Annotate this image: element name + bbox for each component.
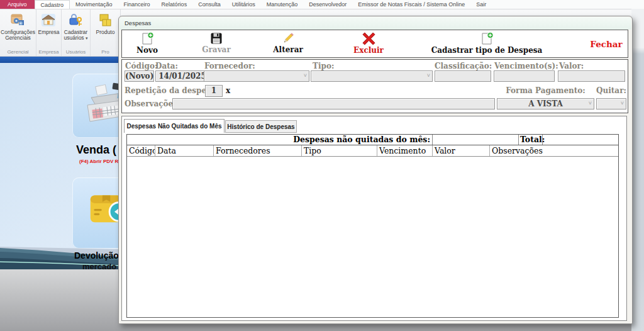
menu-item-movimentacao[interactable]: Movimentação xyxy=(70,0,118,9)
menu-item-financeiro[interactable]: Financeiro xyxy=(118,0,156,9)
menu-item-utilitarios[interactable]: Utilitários xyxy=(226,0,261,9)
column-header-data[interactable]: Data xyxy=(155,145,214,156)
tab-despesas-nao-quitadas[interactable]: Despesas Não Quitadas do Mês xyxy=(124,119,225,133)
codigo-label: Código: xyxy=(125,62,157,70)
menu-item-desenvolvedor[interactable]: Desenvolvedor xyxy=(303,0,352,9)
vencimentos-field[interactable] xyxy=(494,70,555,82)
gravar-button[interactable]: Gravar xyxy=(196,32,236,57)
ribbon-group-usuarios: Cadastrar usuários Usuários xyxy=(62,9,91,56)
tipo-label: Tipo: xyxy=(313,62,334,70)
table-group-header-row: Despesas não quitadas do mês: Total: xyxy=(127,135,618,145)
valor-label: Valor: xyxy=(559,62,584,70)
lock-key-icon xyxy=(69,13,84,28)
excluir-button-label: Excluir xyxy=(353,46,384,55)
repeticao-label: Repetição da despesa: xyxy=(125,86,218,95)
vencimentos-label: Vencimento(s): xyxy=(494,62,558,70)
new-document-icon xyxy=(480,32,494,45)
quitar-dropdown[interactable]: ˅ xyxy=(596,98,626,109)
menu-item-cadastro[interactable]: Cadastro xyxy=(35,0,70,9)
ribbon-group-empresa: Empresa Empresa xyxy=(36,9,62,56)
ribbon-group-label: Empresa xyxy=(38,48,58,56)
novo-button-label: Novo xyxy=(136,46,158,55)
ribbon-button-text: Cadastrar usuários xyxy=(64,29,87,41)
column-header-vencimento[interactable]: Vencimento xyxy=(377,145,433,156)
ribbon-group-label: Pro xyxy=(101,48,109,56)
venda-panel-shortcut: (F4) Abrir PDV R xyxy=(79,159,118,164)
delete-x-icon xyxy=(362,32,375,45)
despesas-dialog: Despesas Novo xyxy=(118,16,633,324)
column-header-observacoes[interactable]: Observações xyxy=(490,145,618,156)
repeticao-value: 1 xyxy=(206,86,222,96)
edit-pencil-icon xyxy=(282,32,294,45)
data-value: 14/01/2025 xyxy=(156,71,209,81)
tipo-dropdown[interactable]: ˅ xyxy=(311,70,433,82)
repeticao-suffix: x xyxy=(226,86,230,95)
devolucao-panel-title[interactable]: Devolução xyxy=(74,250,119,261)
menu-item-relatorios[interactable]: Relatórios xyxy=(156,0,193,9)
table-body-empty[interactable] xyxy=(127,157,618,317)
menu-item-manutencao[interactable]: Manutenção xyxy=(261,0,304,9)
column-header-valor[interactable]: Valor xyxy=(433,145,490,156)
venda-panel-title[interactable]: Venda ( xyxy=(76,143,116,157)
tab-historico-despesas[interactable]: Histórico de Despesas xyxy=(225,120,297,133)
fornecedor-dropdown[interactable]: ˅ xyxy=(204,70,309,82)
codigo-field: (Novo) xyxy=(125,70,154,82)
total-value-cell xyxy=(543,135,618,145)
empresa-button[interactable]: Empresa xyxy=(38,11,59,48)
data-field[interactable]: 14/01/2025 xyxy=(155,70,209,82)
column-header-fornecedores[interactable]: Fornecedores xyxy=(214,145,302,156)
data-label: Data: xyxy=(155,62,178,70)
menu-bar: Arquivo Cadastro Movimentação Financeiro… xyxy=(0,0,644,9)
column-header-codigo[interactable]: Código xyxy=(127,145,155,156)
dialog-title-bar[interactable]: Despesas xyxy=(119,17,631,30)
menu-item-sair[interactable]: Sair xyxy=(470,0,492,9)
chevron-down-icon: ˅ xyxy=(621,100,624,106)
cadastrar-tipo-despesa-button[interactable]: Cadastrar tipo de Despesa xyxy=(424,32,550,57)
chevron-down-icon: ˅ xyxy=(589,100,592,106)
dialog-tabs-area: Despesas Não Quitadas do Mês Histórico d… xyxy=(121,116,627,321)
novo-button[interactable]: Novo xyxy=(127,32,167,57)
fechar-button[interactable]: Fechar xyxy=(584,39,628,49)
product-boxes-icon xyxy=(98,13,113,28)
forma-pagamento-label: Forma Pagamento: xyxy=(497,86,594,95)
ribbon-group-produto: Produto Pro xyxy=(91,9,121,56)
house-icon xyxy=(41,13,56,28)
quitar-label: Quitar: xyxy=(596,86,626,95)
classificacao-label: Classificação: xyxy=(435,62,492,70)
ribbon-group-gerencial: Configurações Gerenciais Gerencial xyxy=(0,9,36,56)
menu-item-emissor-nf[interactable]: Emissor de Notas Fiscais / Sistema Onlin… xyxy=(352,0,470,9)
group-header-spacer xyxy=(433,135,519,145)
alterar-button-label: Alterar xyxy=(273,45,303,54)
excluir-button[interactable]: Excluir xyxy=(348,32,389,57)
ribbon-button-label: Produto xyxy=(96,30,115,35)
menu-item-arquivo[interactable]: Arquivo xyxy=(0,0,35,9)
codigo-value: (Novo) xyxy=(125,71,153,81)
gravar-button-label: Gravar xyxy=(202,45,230,54)
repeticao-field[interactable]: 1 xyxy=(205,85,223,97)
menu-item-consulta[interactable]: Consulta xyxy=(192,0,226,9)
alterar-button[interactable]: Alterar xyxy=(268,32,308,57)
valor-field[interactable] xyxy=(558,70,625,82)
dialog-toolbar: Novo Gravar xyxy=(121,30,628,58)
window-right-edge xyxy=(631,9,644,331)
table-column-header-row: Código Data Fornecedores Tipo Vencimento… xyxy=(127,145,618,157)
save-floppy-icon xyxy=(210,32,223,45)
produto-button[interactable]: Produto xyxy=(96,11,115,48)
ribbon-group-label: Gerencial xyxy=(7,48,28,56)
configuracoes-gerenciais-button[interactable]: Configurações Gerenciais xyxy=(0,11,36,48)
forma-pagamento-dropdown[interactable]: A VISTA˅ xyxy=(497,98,594,109)
dropdown-caret-icon xyxy=(86,35,88,41)
application-window: Arquivo Cadastro Movimentação Financeiro… xyxy=(0,0,644,331)
chevron-down-icon: ˅ xyxy=(427,72,430,79)
observacoes-field[interactable] xyxy=(172,98,495,109)
ribbon-button-label: Configurações Gerenciais xyxy=(0,30,36,41)
chevron-down-icon: ˅ xyxy=(304,72,307,79)
classificacao-field[interactable] xyxy=(435,70,491,82)
cadastrar-usuarios-button[interactable]: Cadastrar usuários xyxy=(62,11,90,48)
column-header-tipo[interactable]: Tipo xyxy=(302,145,377,156)
dialog-form: Código: Data: Fornecedor: Tipo: Classifi… xyxy=(121,59,628,113)
ribbon-button-label: Cadastrar usuários xyxy=(62,30,90,41)
forma-pagamento-value: A VISTA xyxy=(497,99,594,109)
ribbon-group-label: Usuários xyxy=(66,48,86,56)
dialog-title: Despesas xyxy=(125,17,151,30)
